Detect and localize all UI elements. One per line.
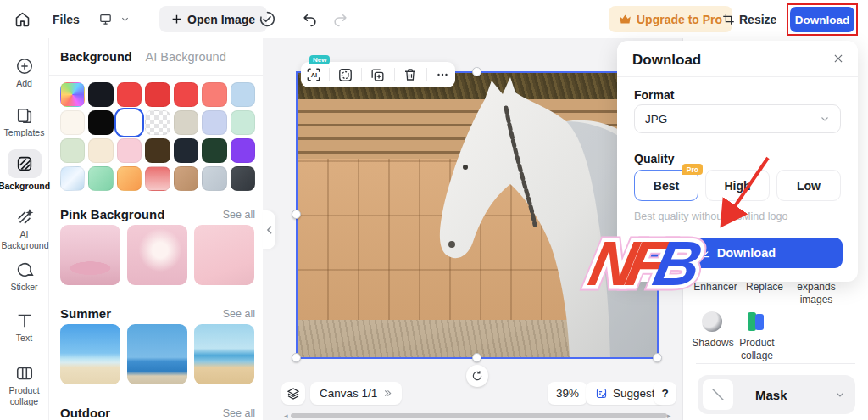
color-swatch[interactable]	[231, 138, 255, 163]
resize-button[interactable]: Resize	[722, 6, 776, 32]
chevron-down-icon[interactable]	[835, 389, 845, 400]
color-swatch[interactable]	[202, 110, 226, 135]
tool-shadows-label[interactable]: Shadows	[688, 337, 737, 350]
color-swatch[interactable]	[60, 138, 85, 163]
close-icon[interactable]	[832, 53, 844, 64]
color-swatch[interactable]	[231, 110, 255, 135]
selection-handle-left[interactable]	[292, 210, 301, 219]
format-select[interactable]: JPG	[634, 104, 841, 133]
color-swatch[interactable]	[145, 82, 170, 107]
undo-icon[interactable]	[302, 0, 318, 38]
sidebar-item-templates[interactable]: Templates	[0, 106, 48, 138]
files-menu[interactable]: Files	[53, 0, 80, 38]
color-swatch[interactable]	[88, 166, 113, 191]
color-swatch[interactable]	[117, 166, 142, 191]
chevron-down-icon[interactable]	[120, 0, 130, 38]
product-collage-tool-icon[interactable]	[746, 311, 766, 332]
layers-button[interactable]	[281, 382, 305, 405]
color-swatch[interactable]	[145, 138, 170, 163]
scroll-right-arrow[interactable]: ▸	[667, 412, 674, 419]
background-thumbnail[interactable]	[60, 225, 120, 285]
cloud-sync-icon[interactable]	[259, 0, 276, 38]
ai-select-icon[interactable]: AI	[304, 65, 323, 84]
quality-high-button[interactable]: High	[705, 170, 770, 201]
panel-collapse-handle[interactable]	[263, 210, 275, 249]
background-thumbnail[interactable]	[127, 324, 187, 384]
see-all-link[interactable]: See all	[223, 407, 255, 419]
dialog-download-button[interactable]: Download	[632, 238, 843, 268]
color-swatch[interactable]	[88, 82, 113, 107]
shadows-icon[interactable]	[702, 311, 722, 332]
canvas-image[interactable]: insMind.com	[297, 72, 658, 358]
tool-enhancer-label[interactable]: Enhancer	[690, 281, 741, 294]
pro-badge: Pro	[682, 164, 703, 175]
color-swatch[interactable]	[117, 82, 142, 107]
sidebar-item-sticker[interactable]: Sticker	[0, 260, 48, 293]
tool-product-collage-label[interactable]: Product collage	[732, 337, 782, 362]
zoom-level[interactable]: 39%	[548, 382, 587, 405]
color-swatch[interactable]	[174, 166, 198, 191]
mask-section[interactable]: Mask	[698, 375, 855, 414]
help-button[interactable]: ?	[654, 382, 676, 405]
scrollbar-thumb[interactable]	[291, 413, 667, 418]
divider	[361, 68, 362, 81]
sidebar-item-text[interactable]: Text	[0, 311, 48, 344]
background-thumbnail[interactable]	[194, 225, 254, 285]
selection-handle-bottom-right[interactable]	[653, 353, 662, 362]
open-image-button[interactable]: Open Image	[159, 6, 267, 32]
mask-tool-icon[interactable]	[337, 65, 355, 84]
background-icon	[8, 149, 42, 178]
rotate-handle[interactable]	[466, 365, 488, 387]
tool-expands-images-label[interactable]: expands images	[790, 281, 843, 306]
quality-low-button[interactable]: Low	[776, 170, 841, 201]
delete-icon[interactable]	[401, 65, 420, 84]
selection-handle-top[interactable]	[472, 67, 481, 76]
ai-background-icon	[15, 208, 34, 227]
home-icon[interactable]	[14, 0, 31, 38]
sidebar-item-product-collage[interactable]: Product collage	[0, 364, 48, 406]
selection-handle-bottom-left[interactable]	[292, 353, 301, 362]
color-swatch[interactable]	[174, 138, 198, 163]
horizontal-scrollbar[interactable]: ◂ ▸	[284, 412, 674, 419]
background-thumbnail[interactable]	[127, 225, 187, 285]
upgrade-to-pro-button[interactable]: Upgrade to Pro	[609, 6, 732, 32]
suggest-button[interactable]: Suggest	[586, 382, 665, 405]
download-button[interactable]: Download	[790, 7, 854, 32]
color-swatch[interactable]	[174, 110, 198, 135]
redo-icon[interactable]	[332, 0, 348, 38]
sidebar-item-background[interactable]: Background	[0, 149, 48, 192]
color-swatch[interactable]	[145, 110, 170, 135]
duplicate-icon[interactable]	[369, 65, 387, 84]
more-options-icon[interactable]	[433, 65, 452, 84]
background-thumbnail[interactable]	[60, 324, 120, 384]
selection-handle-bottom[interactable]	[472, 353, 481, 362]
color-swatch[interactable]	[88, 138, 113, 163]
mask-thumbnail[interactable]	[703, 379, 733, 410]
tool-replace-label[interactable]: Replace	[739, 281, 790, 294]
see-all-link[interactable]: See all	[223, 209, 255, 221]
color-swatch[interactable]	[145, 166, 170, 191]
color-swatch[interactable]	[174, 82, 198, 107]
canvas-page-indicator[interactable]: Canvas 1/1	[310, 382, 402, 405]
see-all-link[interactable]: See all	[223, 308, 255, 320]
color-swatch[interactable]	[202, 82, 226, 107]
color-swatch[interactable]	[60, 82, 85, 107]
tab-ai-background[interactable]: AI Background	[146, 50, 226, 64]
background-thumbnail[interactable]	[194, 324, 254, 384]
sidebar-item-ai-background[interactable]: AI Background	[0, 208, 48, 250]
divider	[394, 68, 395, 81]
color-swatch[interactable]	[117, 110, 142, 135]
color-swatch[interactable]	[60, 166, 85, 191]
quality-best-button[interactable]: Best Pro	[634, 170, 698, 201]
display-icon[interactable]	[98, 0, 113, 38]
color-swatch[interactable]	[202, 138, 226, 163]
color-swatch[interactable]	[117, 138, 142, 163]
color-swatch[interactable]	[88, 110, 113, 135]
color-swatch[interactable]	[231, 82, 255, 107]
sidebar-item-add[interactable]: Add	[0, 57, 48, 89]
scroll-left-arrow[interactable]: ◂	[284, 412, 291, 419]
color-swatch[interactable]	[231, 166, 255, 191]
tab-background[interactable]: Background	[60, 50, 132, 64]
color-swatch[interactable]	[202, 166, 226, 191]
color-swatch[interactable]	[60, 110, 85, 135]
